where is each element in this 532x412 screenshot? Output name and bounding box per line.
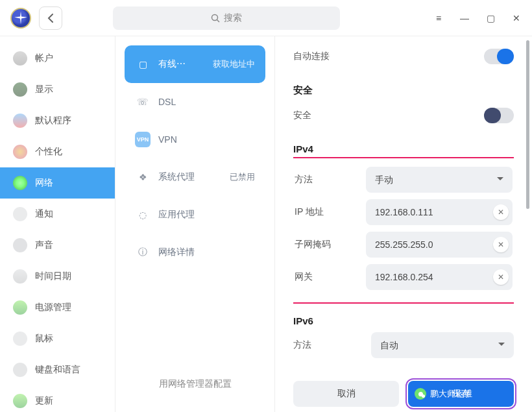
sidebar: 帐户 显示 默认程序 个性化 网络 通知 声音 时间日期 电源管理 鼠标 [0, 36, 115, 412]
network-tab-netdetail[interactable]: ⓘ 网络详情 [125, 234, 265, 271]
wechat-icon [415, 388, 426, 400]
sidebar-item-default[interactable]: 默认程序 [0, 105, 115, 136]
sidebar-item-label: 显示 [35, 84, 53, 95]
network-tab-sysproxy[interactable]: ❖ 系统代理 已禁用 [125, 158, 265, 196]
ipv4-heading: IPv4 [293, 143, 514, 154]
sidebar-item-label: 帐户 [35, 53, 53, 64]
search-placeholder: 搜索 [224, 12, 242, 24]
network-tab-appproxy[interactable]: ◌ 应用代理 [125, 196, 265, 234]
search-input[interactable]: 搜索 [113, 6, 340, 30]
detail-panel: 自动连接 安全 安全 IPv4 方法 手动 [275, 36, 532, 412]
network-tab-dsl[interactable]: ☏ DSL [125, 83, 265, 121]
ipv4-method-label: 方法 [295, 174, 366, 186]
network-tab-label: 系统代理 [158, 171, 222, 183]
cancel-button[interactable]: 取消 [293, 381, 399, 407]
network-tab-label: 有线⋯ [158, 58, 205, 70]
sidebar-item-account[interactable]: 帐户 [0, 43, 115, 74]
ip-address-input[interactable] [375, 207, 493, 217]
close-icon[interactable]: ✕ [511, 13, 522, 23]
wired-icon: ▢ [135, 56, 151, 72]
sidebar-item-keyboard[interactable]: 键盘和语言 [0, 354, 115, 385]
auto-connect-label: 自动连接 [293, 51, 371, 62]
sidebar-item-display[interactable]: 显示 [0, 74, 115, 105]
dsl-icon: ☏ [135, 94, 151, 110]
svg-point-0 [212, 14, 218, 20]
auto-connect-toggle[interactable] [484, 49, 514, 64]
update-icon [13, 394, 27, 408]
personalize-icon [13, 145, 27, 159]
menu-icon[interactable]: ≡ [433, 13, 444, 23]
display-icon [13, 82, 27, 97]
sidebar-item-label: 网络 [35, 177, 53, 189]
sysproxy-icon: ❖ [135, 169, 151, 185]
minimize-icon[interactable]: — [459, 13, 470, 23]
sidebar-item-label: 个性化 [35, 146, 62, 158]
search-icon [211, 14, 220, 23]
gateway-label: 网关 [295, 271, 366, 283]
sidebar-item-sound[interactable]: 声音 [0, 230, 115, 261]
sidebar-item-label: 鼠标 [35, 333, 53, 345]
watermark-text: 鹏大师运维 [430, 388, 472, 400]
power-icon [13, 300, 27, 315]
ipv4-highlight-box: 方法 手动 IP 地址 ✕ 子网掩码 [293, 157, 514, 304]
sidebar-item-label: 时间日期 [35, 271, 71, 282]
network-type-panel: ▢ 有线⋯ 获取地址中☏ DSL VPN VPN ❖ 系统代理 已禁用◌ 应用代… [115, 36, 275, 412]
sidebar-item-notify[interactable]: 通知 [0, 199, 115, 230]
datetime-icon [13, 269, 27, 284]
sidebar-item-label: 声音 [35, 239, 53, 251]
configure-nm-button[interactable]: 用网络管理器配置 [125, 365, 265, 403]
save-button[interactable]: 保存 鹏大师运维 [408, 381, 514, 407]
sidebar-item-power[interactable]: 电源管理 [0, 292, 115, 323]
network-tab-label: DSL [158, 97, 255, 107]
subnet-mask-label: 子网掩码 [295, 239, 366, 250]
ipv6-heading: IPv6 [293, 315, 514, 326]
network-tab-wired[interactable]: ▢ 有线⋯ 获取地址中 [125, 45, 265, 83]
maximize-icon[interactable]: ▢ [485, 13, 496, 23]
account-icon [13, 51, 27, 66]
sidebar-item-label: 默认程序 [35, 115, 71, 127]
chevron-left-icon [47, 14, 54, 23]
ipv4-method-select[interactable]: 手动 [366, 167, 513, 193]
sidebar-item-network[interactable]: 网络 [0, 167, 115, 199]
vpn-icon: VPN [135, 132, 151, 147]
clear-ip-button[interactable]: ✕ [493, 204, 509, 220]
ipv6-method-label: 方法 [293, 339, 371, 351]
back-button[interactable] [39, 6, 62, 30]
subnet-mask-input[interactable] [375, 239, 493, 250]
sidebar-item-label: 键盘和语言 [35, 364, 80, 376]
sidebar-item-personalize[interactable]: 个性化 [0, 136, 115, 167]
network-tab-status: 已禁用 [230, 171, 255, 183]
titlebar: 搜索 ≡ — ▢ ✕ [0, 0, 532, 36]
clear-gateway-button[interactable]: ✕ [493, 269, 509, 285]
network-tab-vpn[interactable]: VPN VPN [125, 121, 265, 158]
sidebar-item-label: 更新 [35, 395, 53, 407]
watermark: 鹏大师运维 [415, 381, 472, 407]
sidebar-item-datetime[interactable]: 时间日期 [0, 261, 115, 292]
gateway-input[interactable] [375, 272, 493, 282]
network-icon [13, 176, 27, 190]
sidebar-item-mouse[interactable]: 鼠标 [0, 323, 115, 354]
sidebar-item-label: 通知 [35, 208, 53, 220]
network-tab-label: 网络详情 [158, 247, 255, 258]
sound-icon [13, 238, 27, 252]
netdetail-icon: ⓘ [135, 245, 151, 260]
appproxy-icon: ◌ [135, 207, 151, 223]
security-toggle[interactable] [484, 108, 514, 123]
security-heading: 安全 [293, 84, 514, 97]
ipv6-method-select[interactable]: 自动 [371, 332, 514, 358]
keyboard-icon [13, 363, 27, 377]
sidebar-item-label: 电源管理 [35, 302, 71, 313]
notify-icon [13, 207, 27, 221]
ipv4-method-value: 手动 [366, 167, 513, 193]
app-logo-icon [10, 8, 31, 29]
ipv6-method-value: 自动 [371, 332, 514, 358]
scrollbar-thumb[interactable] [526, 40, 529, 209]
default-icon [13, 114, 27, 128]
sidebar-item-update[interactable]: 更新 [0, 385, 115, 412]
network-tab-label: VPN [158, 134, 255, 145]
ip-address-label: IP 地址 [295, 206, 366, 218]
mouse-icon [13, 332, 27, 346]
security-label: 安全 [293, 110, 371, 121]
clear-mask-button[interactable]: ✕ [493, 237, 509, 252]
svg-line-1 [217, 19, 220, 22]
